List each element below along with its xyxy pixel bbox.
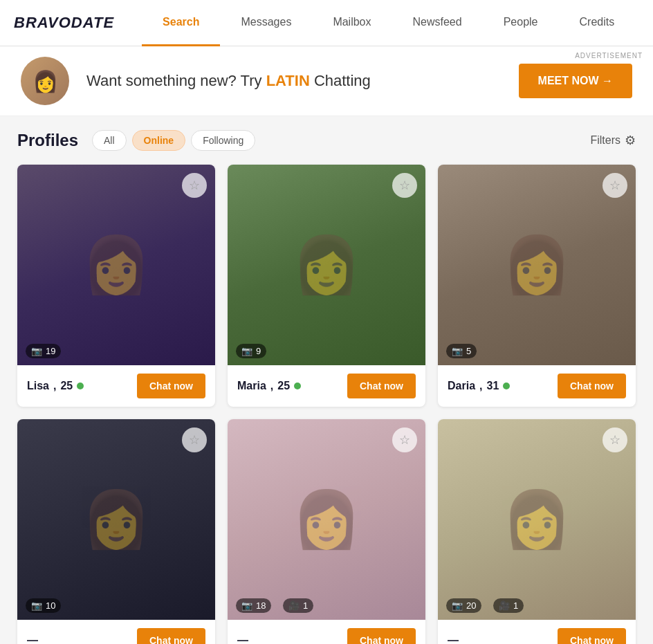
profile-image-1: 👩 ☆ 📷 19 <box>17 165 215 365</box>
ad-latin: LATIN <box>266 72 310 89</box>
camera-icon-4: 📷 <box>31 600 42 611</box>
profile-info-6: — Chat now <box>438 620 636 644</box>
nav-credits[interactable]: Credits <box>559 0 636 46</box>
profile-card-5: 👩 ☆ 📷 18 🎥 1 — Chat now <box>228 419 425 644</box>
profile-image-2: 👩 ☆ 📷 9 <box>228 165 425 365</box>
chat-button-5[interactable]: Chat now <box>347 628 416 644</box>
filter-icon: ⚙ <box>625 133 636 148</box>
profile-card-2: 👩 ☆ 📷 9 Maria, 25 Chat now <box>228 165 425 407</box>
photo-count-5: 📷 18 <box>236 598 271 613</box>
video-count-6: 🎥 1 <box>493 598 524 613</box>
ad-try: Try <box>241 72 266 89</box>
nav-mailbox[interactable]: Mailbox <box>312 0 392 46</box>
profile-name-6: — <box>448 634 459 644</box>
profile-info-5: — Chat now <box>228 620 425 644</box>
nav-search[interactable]: Search <box>142 0 220 46</box>
profile-image-4: 👩 ☆ 📷 10 <box>17 419 215 620</box>
profiles-header: Profiles All Online Following Filters ⚙ <box>17 130 636 151</box>
ad-before: Want something new? <box>86 72 237 89</box>
camera-icon-2: 📷 <box>241 346 252 356</box>
meet-now-button[interactable]: MEET NOW → <box>519 64 632 98</box>
profile-name-4: — <box>27 634 38 644</box>
ad-text: Want something new? Try LATIN Chatting <box>86 72 519 90</box>
favorite-button-2[interactable]: ☆ <box>392 173 417 198</box>
profile-silhouette-4: 👩 <box>17 419 215 620</box>
profile-image-6: 👩 ☆ 📷 20 🎥 1 <box>438 419 636 620</box>
favorite-button-1[interactable]: ☆ <box>182 173 207 198</box>
photo-count-6: 📷 20 <box>446 598 481 613</box>
video-icon-6: 🎥 <box>499 600 510 611</box>
video-icon-5: 🎥 <box>288 600 300 611</box>
camera-icon-3: 📷 <box>452 346 463 356</box>
favorite-button-3[interactable]: ☆ <box>603 173 627 198</box>
nav: Search Messages Mailbox Newsfeed People … <box>142 0 639 46</box>
photo-count-1: 📷 19 <box>26 344 61 358</box>
profile-card-6: 👩 ☆ 📷 20 🎥 1 — Chat now <box>438 419 636 644</box>
profile-image-3: 👩 ☆ 📷 5 <box>438 165 636 365</box>
chat-button-1[interactable]: Chat now <box>137 374 205 398</box>
favorite-button-4[interactable]: ☆ <box>182 427 207 452</box>
profile-info-1: Lisa, 25 Chat now <box>17 365 215 407</box>
profile-name-1: Lisa, 25 <box>27 380 84 392</box>
ad-label: ADVERTISEMENT <box>575 52 643 59</box>
online-indicator-1 <box>77 383 84 389</box>
profiles-section: Profiles All Online Following Filters ⚙ … <box>0 116 653 644</box>
logo: BRAVODATE <box>14 14 114 32</box>
profile-card-1: 👩 ☆ 📷 19 Lisa, 25 Chat now <box>17 165 215 407</box>
chat-button-6[interactable]: Chat now <box>558 628 626 644</box>
chat-button-2[interactable]: Chat now <box>347 374 416 398</box>
profile-image-5: 👩 ☆ 📷 18 🎥 1 <box>228 419 425 620</box>
video-count-5: 🎥 1 <box>283 598 313 613</box>
favorite-button-6[interactable]: ☆ <box>603 427 627 452</box>
profile-silhouette-1: 👩 <box>17 165 215 365</box>
nav-newsfeed[interactable]: Newsfeed <box>392 0 483 46</box>
photo-count-4: 📷 10 <box>26 598 61 613</box>
tab-all[interactable]: All <box>92 130 127 151</box>
profile-name-3: Daria, 31 <box>448 380 510 392</box>
profile-info-3: Daria, 31 Chat now <box>438 365 636 407</box>
online-indicator-2 <box>294 383 301 389</box>
profile-info-4: — Chat now <box>17 620 215 644</box>
online-indicator-3 <box>503 383 510 389</box>
camera-icon-5: 📷 <box>241 600 252 611</box>
profile-card-3: 👩 ☆ 📷 5 Daria, 31 Chat now <box>438 165 636 407</box>
nav-people[interactable]: People <box>483 0 559 46</box>
ad-after: Chatting <box>310 72 371 89</box>
header: BRAVODATE Search Messages Mailbox Newsfe… <box>0 0 653 46</box>
photo-count-2: 📷 9 <box>236 344 266 358</box>
filters-button[interactable]: Filters ⚙ <box>590 133 636 148</box>
favorite-button-5[interactable]: ☆ <box>392 427 417 452</box>
profile-card-4: 👩 ☆ 📷 10 — Chat now <box>17 419 215 644</box>
profile-silhouette-6: 👩 <box>438 419 636 620</box>
photo-count-3: 📷 5 <box>446 344 477 358</box>
ad-banner: ADVERTISEMENT 👩 Want something new? Try … <box>0 46 653 116</box>
profile-info-2: Maria, 25 Chat now <box>228 365 425 407</box>
profile-silhouette-3: 👩 <box>438 165 636 365</box>
nav-messages[interactable]: Messages <box>220 0 312 46</box>
profiles-title: Profiles <box>17 131 78 150</box>
profiles-grid: 👩 ☆ 📷 19 Lisa, 25 Chat now 👩 ☆ <box>17 165 636 644</box>
ad-avatar: 👩 <box>21 57 69 105</box>
camera-icon-1: 📷 <box>31 346 42 356</box>
profile-silhouette-5: 👩 <box>228 419 425 620</box>
profile-silhouette-2: 👩 <box>228 165 425 365</box>
chat-button-3[interactable]: Chat now <box>558 374 626 398</box>
profile-name-5: — <box>237 634 248 644</box>
tab-following[interactable]: Following <box>191 130 255 151</box>
tab-online[interactable]: Online <box>132 130 186 151</box>
profile-name-2: Maria, 25 <box>237 380 301 392</box>
filters-label: Filters <box>590 134 620 147</box>
camera-icon-6: 📷 <box>452 600 463 611</box>
chat-button-4[interactable]: Chat now <box>137 628 205 644</box>
